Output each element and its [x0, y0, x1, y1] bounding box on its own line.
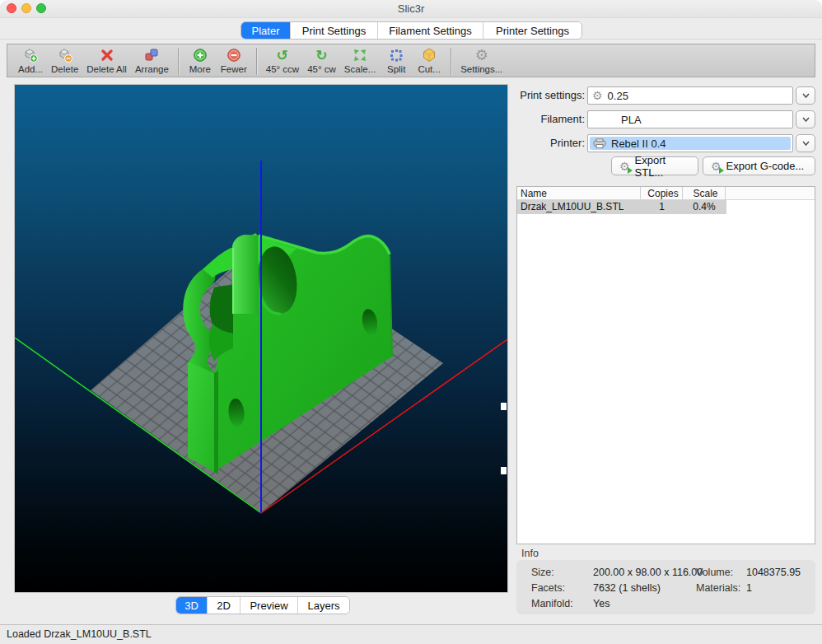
settings-button[interactable]: ⚙ Settings... — [460, 47, 502, 74]
delete-all-button[interactable]: Delete All — [86, 47, 127, 74]
view-layers-button[interactable]: Layers — [298, 597, 349, 614]
delete-object-icon — [57, 47, 73, 63]
export-stl-button[interactable]: ⚙ Export STL... — [611, 156, 698, 175]
toolbar-separator — [256, 48, 257, 75]
status-bar: Loaded Drzak_LM10UU_B.STL — [0, 624, 822, 644]
export-gcode-button[interactable]: ⚙ Export G-code... — [703, 156, 815, 175]
scale-button[interactable]: Scale... — [344, 47, 376, 74]
printer-value: Rebel II 0.4 — [611, 138, 666, 150]
printer-icon — [593, 138, 606, 148]
object-scale-cell: 0.4% — [683, 200, 726, 214]
add-object-icon — [22, 47, 39, 63]
objects-list: Name Copies Scale Drzak_LM10UU_B.STL 1 0… — [516, 186, 815, 544]
tab-plater[interactable]: Plater — [241, 22, 291, 39]
arrange-button[interactable]: Arrange — [135, 47, 169, 74]
split-icon — [388, 47, 404, 63]
objects-table-header: Name Copies Scale — [517, 187, 815, 200]
window-title: Slic3r — [0, 2, 822, 15]
filament-dropdown-button[interactable] — [796, 110, 815, 128]
manifold-value: Yes — [593, 598, 609, 609]
filament-value: PLA — [621, 114, 642, 126]
chevron-down-icon — [802, 93, 810, 98]
sash-handle[interactable] — [501, 403, 507, 410]
delete-all-icon — [99, 47, 115, 63]
rotate-ccw-icon: ↺ — [277, 48, 288, 63]
3d-canvas[interactable] — [15, 85, 507, 592]
chevron-down-icon — [802, 141, 810, 146]
slic3r-window: Slic3r Plater Print Settings Filament Se… — [0, 0, 822, 644]
tab-filament-settings[interactable]: Filament Settings — [378, 22, 483, 39]
materials-value: 1 — [746, 582, 752, 594]
tab-printer-settings[interactable]: Printer Settings — [483, 22, 581, 39]
settings-gear-icon: ⚙ — [475, 48, 488, 63]
column-header-scale: Scale — [683, 187, 726, 199]
title-bar: Slic3r — [0, 0, 822, 18]
printer-combo[interactable]: Rebel II 0.4 — [587, 134, 793, 152]
rotate-cw-icon: ↻ — [315, 48, 327, 63]
fewer-button[interactable]: Fewer — [221, 47, 247, 74]
size-label: Size: — [531, 567, 554, 578]
cut-icon — [421, 47, 437, 63]
view-2d-button[interactable]: 2D — [208, 597, 241, 614]
viewport-frame — [14, 84, 508, 593]
printer-label: Printer: — [514, 134, 585, 152]
fewer-copies-icon — [226, 47, 242, 63]
volume-label: Volume: — [696, 567, 733, 578]
object-name-cell: Drzak_LM10UU_B.STL — [517, 200, 641, 214]
view-3d-button[interactable]: 3D — [176, 597, 208, 614]
facets-label: Facets: — [531, 582, 565, 594]
preset-gear-icon: ⚙ — [592, 89, 603, 102]
volume-value: 1048375.95 — [746, 567, 801, 578]
column-header-copies: Copies — [641, 187, 683, 199]
table-row[interactable]: Drzak_LM10UU_B.STL 1 0.4% — [517, 200, 726, 214]
split-button[interactable]: Split — [384, 47, 409, 74]
tab-print-settings[interactable]: Print Settings — [291, 22, 378, 39]
delete-button[interactable]: Delete — [51, 47, 78, 74]
cut-button[interactable]: Cut... — [417, 47, 441, 74]
more-button[interactable]: More — [188, 47, 213, 74]
manifold-label: Manifold: — [531, 598, 573, 609]
toolbar-separator — [178, 48, 179, 75]
filament-combo[interactable]: PLA — [587, 110, 793, 128]
add-button[interactable]: Add... — [18, 47, 43, 74]
facets-value: 7632 (1 shells) — [593, 582, 661, 594]
print-settings-value: 0.25 — [608, 90, 628, 102]
view-preview-button[interactable]: Preview — [241, 597, 298, 614]
printer-selection-highlight: Rebel II 0.4 — [590, 137, 791, 150]
toolbar-separator — [451, 48, 451, 75]
rotate-cw-button[interactable]: ↻ 45° cw — [307, 47, 336, 74]
column-header-name: Name — [517, 187, 641, 199]
plater-toolbar: Add... Delete Delete All Arrange More — [7, 44, 815, 77]
main-tab-bar: Plater Print Settings Filament Settings … — [241, 21, 582, 40]
print-settings-label: Print settings: — [514, 86, 585, 105]
status-text: Loaded Drzak_LM10UU_B.STL — [7, 628, 152, 640]
more-copies-icon — [192, 47, 208, 63]
size-value: 200.00 x 98.00 x 116.00 — [593, 567, 703, 578]
print-settings-combo[interactable]: ⚙ 0.25 — [587, 86, 793, 105]
scale-icon — [352, 47, 368, 63]
print-settings-dropdown-button[interactable] — [796, 86, 815, 105]
export-gear-icon: ⚙ — [619, 161, 630, 172]
view-mode-switch: 3D 2D Preview Layers — [175, 596, 350, 614]
rotate-ccw-button[interactable]: ↺ 45° ccw — [266, 47, 299, 74]
object-copies-cell: 1 — [641, 200, 683, 214]
filament-label: Filament: — [514, 110, 585, 128]
printer-dropdown-button[interactable] — [796, 134, 815, 152]
export-gear-icon: ⚙ — [711, 161, 722, 172]
sash-handle[interactable] — [501, 467, 507, 474]
materials-label: Materials: — [696, 582, 740, 594]
chevron-down-icon — [802, 117, 810, 122]
arrange-icon — [143, 47, 160, 63]
info-section-title: Info — [521, 548, 539, 559]
info-box: Size: 200.00 x 98.00 x 116.00 Volume: 10… — [516, 560, 815, 614]
